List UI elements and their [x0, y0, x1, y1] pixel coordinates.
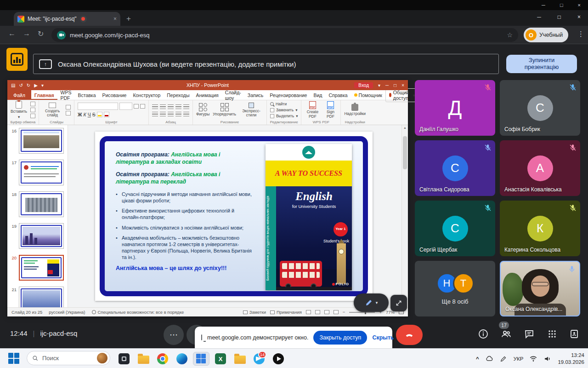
clipboard-small-buttons[interactable]	[30, 102, 35, 118]
ppt-close-icon[interactable]: ×	[401, 83, 404, 88]
tab-design[interactable]: Конструктор	[130, 90, 164, 100]
tab-draw[interactable]: Рисование	[99, 90, 130, 100]
browser-maximize-icon[interactable]: □	[558, 14, 561, 20]
activities-button[interactable]	[547, 328, 560, 341]
new-tab-button[interactable]: +	[126, 14, 131, 23]
os-maximize-icon[interactable]: □	[560, 2, 563, 8]
view-slideshow-button[interactable]	[334, 310, 339, 314]
onedrive-cloud-icon[interactable]	[485, 355, 493, 363]
participant-tile[interactable]: Д Даніїл Галушко	[415, 80, 495, 136]
tab-wps-pdf[interactable]: WPS PDF	[57, 90, 75, 100]
tab-help[interactable]: Справка	[325, 90, 351, 100]
annotation-pen-button[interactable]: ▾	[354, 293, 389, 312]
people-button[interactable]	[501, 328, 514, 341]
new-slide-button[interactable]: Создать слайд	[42, 103, 62, 118]
shrink-font-button[interactable]	[140, 104, 145, 109]
comments-button[interactable]: Примечания	[270, 310, 302, 315]
leave-call-button[interactable]	[396, 325, 423, 345]
view-normal-button[interactable]	[306, 310, 311, 314]
italic-button[interactable]: К	[84, 112, 86, 117]
strikethrough-button[interactable]: S	[92, 112, 96, 117]
browser-tab[interactable]: Meet: "ijc-pacd-esq" ×	[14, 12, 120, 26]
ppt-minimize-icon[interactable]: ─	[385, 83, 389, 88]
sign-in-button[interactable]: Вход	[354, 82, 373, 88]
create-pdf-button[interactable]: PDFCreate PDF	[305, 101, 320, 119]
start-button[interactable]	[8, 353, 20, 364]
view-sorter-button[interactable]	[315, 310, 320, 314]
select-button[interactable]: Выделить▾	[270, 114, 298, 118]
stop-sharing-button[interactable]: Закрыть доступ	[313, 331, 367, 345]
file-explorer-icon[interactable]	[135, 352, 152, 366]
ppt-maximize-icon[interactable]: □	[394, 83, 396, 88]
expand-presentation-button[interactable]	[390, 295, 407, 311]
pen-tray-icon[interactable]	[499, 355, 508, 363]
ribbon-options-icon[interactable]: ▾	[378, 83, 380, 88]
tab-record[interactable]: Запись	[244, 90, 266, 100]
grow-font-button[interactable]	[134, 104, 139, 109]
vertical-scrollbar[interactable]: ▲ ▼	[401, 125, 408, 307]
taskbar-app-dark[interactable]	[116, 352, 132, 366]
tab-animations[interactable]: Анимация	[193, 90, 222, 100]
overflow-participants-tile[interactable]: Н Т Ще 8 осіб	[415, 261, 495, 316]
chrome-icon[interactable]	[154, 352, 171, 366]
tab-view[interactable]: Вид	[310, 90, 325, 100]
slide-thumbnail-18[interactable]: 18	[9, 191, 64, 217]
arrange-button[interactable]: Упорядочить	[213, 103, 236, 116]
hidden-icons-chevron[interactable]: ^	[476, 356, 479, 362]
font-name-box[interactable]	[78, 103, 118, 110]
language-indicator[interactable]: УКР	[514, 356, 524, 362]
stop-presenting-button[interactable]: Зупинити презентацію	[506, 55, 577, 73]
back-icon[interactable]: ←	[8, 29, 16, 38]
list-buttons[interactable]	[152, 104, 189, 109]
accessibility-status[interactable]: Специальные возможности: все в порядке	[92, 310, 184, 315]
tab-close-icon[interactable]: ×	[113, 16, 117, 22]
forward-icon[interactable]: →	[23, 29, 30, 38]
font-size-box[interactable]	[119, 103, 132, 110]
bookmark-star-icon[interactable]: ☆	[507, 31, 513, 39]
taskbar-clock[interactable]: 13:24 19.03.2026	[558, 352, 584, 365]
excel-icon[interactable]: X	[212, 352, 229, 366]
slide-thumbnail-19[interactable]: 19	[9, 223, 64, 249]
paste-button[interactable]: Вставить▾	[11, 101, 27, 119]
font-color-button[interactable]	[104, 112, 109, 117]
search-daily-image[interactable]	[97, 353, 107, 363]
more-options-button[interactable]: ⋯	[164, 325, 184, 345]
shapes-button[interactable]: Фигуры	[196, 103, 209, 116]
current-slide[interactable]: Освітня програма: Англійська мова і літе…	[95, 132, 373, 301]
tab-file[interactable]: Файл	[7, 90, 31, 100]
zoom-out-icon[interactable]: −	[343, 310, 345, 315]
browser-minimize-icon[interactable]: ─	[537, 14, 541, 20]
tab-insert[interactable]: Вставка	[74, 90, 99, 100]
edge-icon[interactable]	[174, 352, 190, 366]
media-player-icon[interactable]	[270, 352, 287, 366]
view-reading-button[interactable]	[324, 310, 329, 314]
self-video-tile[interactable]: Оксана Олександрів...	[500, 261, 580, 316]
quick-styles-button[interactable]: Экспресс-стили	[239, 103, 263, 118]
tab-review[interactable]: Рецензирование	[266, 90, 310, 100]
addins-button[interactable]: Надстройки	[344, 104, 366, 116]
find-button[interactable]: Найти	[270, 102, 287, 106]
folder-icon[interactable]	[232, 352, 248, 366]
tab-transitions[interactable]: Переходы	[164, 90, 192, 100]
presentation-stats-icon[interactable]	[6, 48, 28, 71]
slide-thumbnail-20[interactable]: 20	[9, 255, 64, 281]
tab-assistant[interactable]: Помощник	[351, 90, 385, 100]
scroll-up-icon[interactable]: ▲	[403, 126, 407, 129]
address-bar[interactable]: meet.google.com/ijc-pacd-esq ☆	[51, 28, 518, 42]
participant-tile[interactable]: К Катерина Сокольцова	[500, 201, 580, 256]
taskbar-search[interactable]: Поиск	[27, 351, 110, 365]
participant-tile[interactable]: С Сергій Щербак	[415, 201, 495, 256]
browser-menu-icon[interactable]: ⋮	[577, 30, 584, 38]
underline-button[interactable]: Ч	[88, 112, 91, 117]
participant-tile[interactable]: С Софія Бобрик	[500, 80, 580, 136]
participant-tile[interactable]: А Анастасія Ковалівська	[500, 140, 580, 196]
slide-thumbnail-21[interactable]: 21	[9, 287, 64, 307]
os-minimize-icon[interactable]: ─	[542, 2, 545, 8]
share-button[interactable]: Общий доступ ▾	[385, 88, 419, 102]
reload-icon[interactable]: ↻	[38, 29, 44, 38]
sign-pdf-button[interactable]: PDFSign PDF	[323, 101, 337, 119]
slide-thumbnail-17[interactable]: 17	[9, 160, 64, 185]
language-indicator[interactable]: русский (Украина)	[49, 310, 85, 315]
tab-slideshow[interactable]: Слайд-шоу	[222, 90, 244, 100]
participant-tile[interactable]: С Світлана Сидорова	[415, 140, 495, 196]
